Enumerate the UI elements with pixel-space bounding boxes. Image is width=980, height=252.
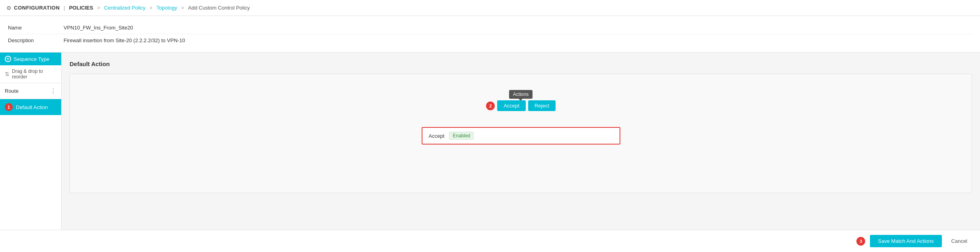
form-section: Name VPN10_FW_Ins_From_Site20 Descriptio… bbox=[0, 16, 980, 53]
breadcrumb-topology[interactable]: Topology bbox=[157, 5, 177, 11]
name-label: Name bbox=[8, 25, 64, 31]
sequence-type-label: Sequence Type bbox=[14, 56, 49, 62]
sidebar: + Sequence Type ⇅ Drag & drop to reorder… bbox=[0, 53, 62, 252]
route-dots-icon[interactable]: ⋮ bbox=[50, 87, 56, 95]
actions-buttons: 2 Accept Reject bbox=[486, 100, 556, 111]
accept-button[interactable]: Accept bbox=[497, 100, 526, 111]
accept-label: Accept bbox=[429, 133, 445, 139]
name-row: Name VPN10_FW_Ins_From_Site20 bbox=[8, 21, 972, 34]
drag-drop-label: Drag & drop to reorder bbox=[12, 68, 56, 80]
badge-2: 2 bbox=[486, 102, 495, 110]
default-action-item[interactable]: 1 Default Action bbox=[0, 99, 61, 115]
actions-popup: Actions 2 Accept Reject bbox=[486, 90, 556, 111]
enabled-badge: Enabled bbox=[449, 132, 474, 140]
top-bar: ⚙ CONFIGURATION | POLICIES > Centralized… bbox=[0, 0, 980, 16]
inner-content-area: Actions 2 Accept Reject Accept Enabled bbox=[78, 82, 964, 152]
sequence-type-button[interactable]: + Sequence Type bbox=[0, 53, 61, 65]
content-box: Actions 2 Accept Reject Accept Enabled bbox=[70, 74, 972, 193]
breadcrumb-sep-2: > bbox=[149, 5, 153, 11]
description-value: Firewall insertion from Site-20 (2.2.2.2… bbox=[64, 37, 972, 43]
reject-button[interactable]: Reject bbox=[528, 100, 556, 111]
policies-label: POLICIES bbox=[69, 5, 93, 11]
config-label: CONFIGURATION bbox=[14, 5, 60, 11]
badge-1: 1 bbox=[5, 103, 13, 111]
breadcrumb-centralized-policy[interactable]: Centralized Policy bbox=[104, 5, 145, 11]
badge-3: 3 bbox=[856, 237, 865, 246]
actions-tooltip: Actions bbox=[509, 90, 533, 99]
circle-plus-icon: + bbox=[5, 56, 11, 62]
main-content: + Sequence Type ⇅ Drag & drop to reorder… bbox=[0, 53, 980, 252]
route-item[interactable]: Route ⋮ bbox=[0, 83, 61, 99]
description-row: Description Firewall insertion from Site… bbox=[8, 34, 972, 47]
cancel-button[interactable]: Cancel bbox=[947, 235, 972, 247]
gear-icon: ⚙ bbox=[6, 5, 12, 11]
actions-area: Actions 2 Accept Reject bbox=[486, 90, 556, 111]
breadcrumb-add-custom: Add Custom Control Policy bbox=[188, 5, 250, 11]
save-match-actions-button[interactable]: Save Match And Actions bbox=[870, 235, 941, 247]
divider: | bbox=[64, 5, 65, 11]
route-label: Route bbox=[5, 88, 19, 94]
description-label: Description bbox=[8, 37, 64, 43]
footer: 3 Save Match And Actions Cancel bbox=[0, 230, 980, 252]
accept-enabled-box: Accept Enabled bbox=[422, 127, 620, 145]
name-value: VPN10_FW_Ins_From_Site20 bbox=[64, 25, 972, 31]
breadcrumb-sep-1: > bbox=[97, 5, 100, 11]
content-panel: Default Action Actions 2 Accept Reject bbox=[62, 53, 980, 252]
drag-icon: ⇅ bbox=[5, 71, 10, 77]
breadcrumb-sep-3: > bbox=[181, 5, 184, 11]
default-action-label: Default Action bbox=[16, 104, 48, 110]
section-title: Default Action bbox=[70, 61, 972, 67]
drag-drop-hint: ⇅ Drag & drop to reorder bbox=[0, 65, 61, 83]
